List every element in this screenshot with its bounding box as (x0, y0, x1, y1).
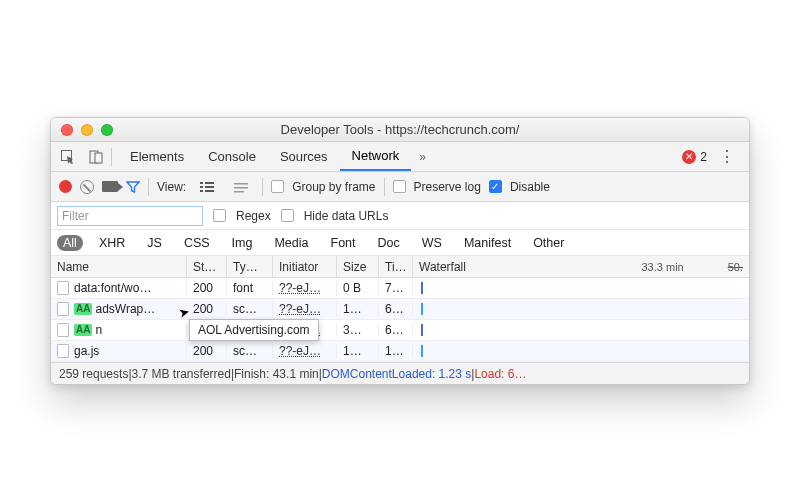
filter-toggle-icon[interactable] (126, 180, 140, 194)
devtools-window: Developer Tools - https://techcrunch.com… (50, 117, 750, 385)
ad-badge: AA (74, 303, 92, 315)
filter-input[interactable] (57, 206, 203, 226)
device-toggle-icon[interactable] (83, 146, 109, 168)
cell-name: n (95, 323, 102, 337)
cell-size: 1… (337, 302, 379, 316)
tab-sources[interactable]: Sources (268, 143, 340, 171)
error-count-value: 2 (700, 150, 707, 164)
waterfall-bar (421, 282, 423, 294)
cell-status: 200 (187, 302, 227, 316)
view-label: View: (157, 180, 186, 194)
waterfall-tick-2: 50. (728, 261, 743, 273)
view-small-icon[interactable] (228, 176, 254, 198)
svg-rect-8 (205, 190, 214, 192)
type-doc[interactable]: Doc (372, 235, 406, 251)
svg-rect-6 (205, 186, 214, 188)
type-other[interactable]: Other (527, 235, 570, 251)
devtools-tabbar: Elements Console Sources Network » ✕ 2 ⋮ (51, 142, 749, 172)
svg-rect-7 (200, 190, 203, 192)
cell-name: adsWrap… (95, 302, 155, 316)
cell-name: data:font/wo… (74, 281, 151, 295)
cell-type: font (227, 281, 273, 295)
disable-cache-checkbox[interactable]: ✓ (489, 180, 502, 193)
error-icon: ✕ (682, 150, 696, 164)
capture-screenshot-icon[interactable] (102, 181, 118, 192)
svg-rect-2 (95, 153, 102, 163)
titlebar: Developer Tools - https://techcrunch.com… (51, 118, 749, 142)
error-count[interactable]: ✕ 2 (682, 150, 707, 164)
hide-data-urls-checkbox[interactable] (281, 209, 294, 222)
col-status[interactable]: St… (187, 256, 227, 277)
svg-rect-11 (234, 191, 244, 193)
waterfall-bar (421, 345, 423, 357)
cell-size: 3… (337, 323, 379, 337)
clear-icon[interactable] (80, 180, 94, 194)
group-by-frame-checkbox[interactable] (271, 180, 284, 193)
table-row[interactable]: ga.js 200 sc… ??-eJ… 1… 1… (51, 341, 749, 362)
disable-cache-label: Disable (510, 180, 550, 194)
file-icon (57, 344, 69, 358)
regex-checkbox[interactable] (213, 209, 226, 222)
network-toolbar: View: Group by frame Preserve log ✓ Disa… (51, 172, 749, 202)
status-requests: 259 requests (59, 367, 128, 381)
type-img[interactable]: Img (226, 235, 259, 251)
type-xhr[interactable]: XHR (93, 235, 131, 251)
col-waterfall[interactable]: Waterfall 33.3 min 50. (413, 256, 749, 277)
cell-time: 6… (379, 323, 413, 337)
col-time[interactable]: Ti… (379, 256, 413, 277)
divider (384, 178, 385, 196)
svg-rect-3 (200, 182, 203, 184)
file-icon (57, 323, 69, 337)
waterfall-bar (421, 303, 423, 315)
type-css[interactable]: CSS (178, 235, 216, 251)
kebab-menu-icon[interactable]: ⋮ (713, 147, 741, 166)
tab-elements[interactable]: Elements (118, 143, 196, 171)
record-icon[interactable] (59, 180, 72, 193)
tab-network[interactable]: Network (340, 143, 412, 171)
cell-initiator[interactable]: ??-eJ… (279, 281, 321, 295)
preserve-log-label: Preserve log (414, 180, 481, 194)
network-table-body: data:font/wo… 200 font ??-eJ… 0 B 7… AAa… (51, 278, 749, 362)
status-transferred: 3.7 MB transferred (132, 367, 231, 381)
window-title: Developer Tools - https://techcrunch.com… (51, 122, 749, 137)
table-row[interactable]: data:font/wo… 200 font ??-eJ… 0 B 7… (51, 278, 749, 299)
type-font[interactable]: Font (325, 235, 362, 251)
regex-label: Regex (236, 209, 271, 223)
col-waterfall-label: Waterfall (419, 260, 466, 274)
col-name[interactable]: Name (51, 256, 187, 277)
file-icon (57, 281, 69, 295)
tabs-overflow-icon[interactable]: » (411, 150, 434, 164)
type-js[interactable]: JS (141, 235, 168, 251)
cell-name: ga.js (74, 344, 99, 358)
col-initiator[interactable]: Initiator (273, 256, 337, 277)
cell-time: 7… (379, 281, 413, 295)
type-media[interactable]: Media (268, 235, 314, 251)
cell-initiator[interactable]: ??-eJ… (279, 344, 321, 358)
table-row[interactable]: AAn ??-eJ… 3… 6… AOL Advertising.com (51, 320, 749, 341)
cell-type: sc… (227, 344, 273, 358)
divider (148, 178, 149, 196)
status-domcontentloaded: DOMContentLoaded: 1.23 s (322, 367, 471, 381)
network-table-header: Name St… Ty… Initiator Size Ti… Waterfal… (51, 256, 749, 278)
ad-badge: AA (74, 324, 92, 336)
group-by-frame-label: Group by frame (292, 180, 375, 194)
cell-status: 200 (187, 281, 227, 295)
svg-rect-4 (205, 182, 214, 184)
cell-size: 0 B (337, 281, 379, 295)
table-row[interactable]: AAadsWrap… 200 sc… ??-eJ… 1… 6… ➤ (51, 299, 749, 320)
cell-initiator[interactable]: ??-eJ… (279, 302, 321, 316)
cell-type: sc… (227, 302, 273, 316)
type-ws[interactable]: WS (416, 235, 448, 251)
tab-console[interactable]: Console (196, 143, 268, 171)
resource-type-filter: All XHR JS CSS Img Media Font Doc WS Man… (51, 230, 749, 256)
status-finish: Finish: 43.1 min (234, 367, 319, 381)
type-manifest[interactable]: Manifest (458, 235, 517, 251)
status-load: Load: 6… (474, 367, 526, 381)
preserve-log-checkbox[interactable] (393, 180, 406, 193)
col-type[interactable]: Ty… (227, 256, 273, 277)
view-large-icon[interactable] (194, 176, 220, 198)
divider (111, 148, 112, 166)
inspect-icon[interactable] (55, 146, 81, 168)
type-all[interactable]: All (57, 235, 83, 251)
col-size[interactable]: Size (337, 256, 379, 277)
